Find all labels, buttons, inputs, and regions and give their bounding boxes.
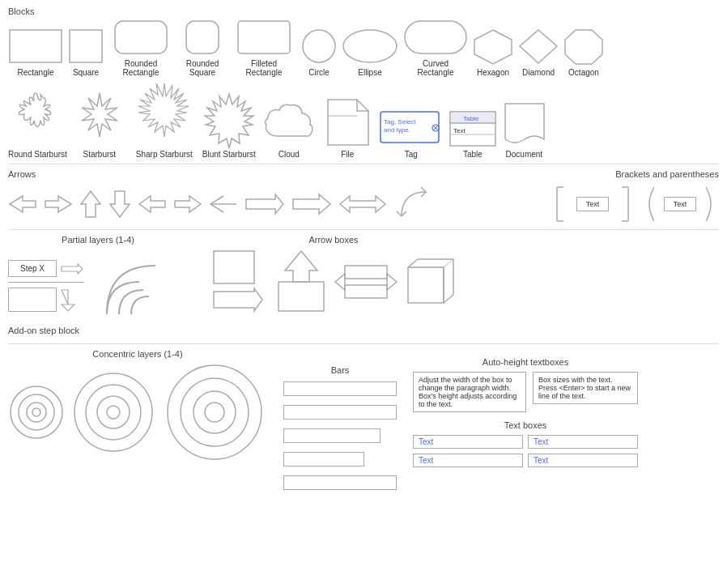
text-box-2[interactable]: Text <box>528 435 638 449</box>
autoheight-box-1[interactable]: Adjust the width of the box to change th… <box>413 372 526 412</box>
shape-round-starburst[interactable]: Round Starburst <box>8 92 67 159</box>
svg-point-62 <box>193 391 236 433</box>
blocks-row-1: Rectangle Square Rounded Rectangle Round… <box>8 19 719 77</box>
bracket-paren-right[interactable] <box>703 184 719 224</box>
svg-rect-3 <box>186 21 219 53</box>
arrow-up[interactable] <box>79 190 102 219</box>
autoheight-box-2[interactable]: Box sizes with the text. Press <Enter> t… <box>533 372 638 404</box>
shape-diamond[interactable]: Diamond <box>518 28 559 77</box>
svg-point-55 <box>32 408 40 416</box>
arrow-right-wide[interactable] <box>244 193 285 215</box>
concentric-medium[interactable] <box>73 372 154 453</box>
svg-rect-4 <box>238 21 290 53</box>
textboxes-label: Text boxes <box>413 420 638 430</box>
svg-point-53 <box>19 394 54 430</box>
arrow-right-chevron[interactable] <box>173 193 202 215</box>
bar-4[interactable] <box>283 452 364 467</box>
shape-document[interactable]: Document <box>502 102 546 159</box>
bar-5[interactable] <box>283 475 397 490</box>
shape-curved-rectangle[interactable]: Curved Rectangle <box>403 19 468 77</box>
bars-label: Bars <box>283 365 397 375</box>
bracket-paren-left[interactable] <box>641 184 657 224</box>
shape-filleted-rectangle[interactable]: Filleted Rectangle <box>232 19 296 77</box>
svg-rect-7 <box>405 21 466 53</box>
bracket-square-right[interactable] <box>615 184 635 224</box>
svg-point-59 <box>107 406 120 419</box>
shape-hexagon[interactable]: Hexagon <box>473 28 513 77</box>
shape-blunt-starburst[interactable]: Blunt Starburst <box>202 92 257 159</box>
shape-cloud[interactable]: Cloud <box>261 102 317 159</box>
svg-point-6 <box>343 30 397 62</box>
arrow-left-open[interactable] <box>209 193 238 215</box>
text-box-1[interactable]: Text <box>413 435 523 449</box>
shape-circle[interactable]: Circle <box>301 28 337 77</box>
svg-marker-41 <box>62 290 74 311</box>
svg-marker-8 <box>474 30 512 64</box>
shape-sharp-starburst[interactable]: Sharp Starburst <box>132 82 197 159</box>
svg-marker-10 <box>565 30 602 64</box>
partial-layers-label: Partial layers (1-4) <box>8 235 188 245</box>
partial-layers-arcs[interactable] <box>91 249 188 322</box>
arrow-box-1[interactable] <box>212 249 269 314</box>
addon-label: Add-on step block <box>8 326 188 335</box>
svg-marker-32 <box>293 194 330 214</box>
arrow-curved[interactable] <box>393 184 434 224</box>
box-3d[interactable] <box>406 258 455 306</box>
shape-table[interactable]: Table Text Table <box>449 110 497 159</box>
bracket-text-2: Text <box>664 197 696 211</box>
bracket-square-left[interactable] <box>551 184 570 224</box>
arrow-double-headed[interactable] <box>338 193 387 215</box>
svg-rect-1 <box>70 30 102 62</box>
shape-rounded-square[interactable]: Rounded Square <box>178 19 227 77</box>
shape-rectangle[interactable]: Rectangle <box>8 28 63 77</box>
arrow-boxes-label: Arrow boxes <box>212 235 455 245</box>
arrow-box-double[interactable] <box>334 258 398 306</box>
step-arrow-2 <box>60 288 78 311</box>
shape-square[interactable]: Square <box>68 28 104 77</box>
shape-tag[interactable]: Tag, Select and type. Tag <box>379 110 444 159</box>
svg-rect-2 <box>115 21 167 53</box>
bar-2[interactable] <box>283 405 397 420</box>
shape-ellipse[interactable]: Ellipse <box>342 28 398 77</box>
arrows-row <box>8 184 434 224</box>
svg-text:and type.: and type. <box>384 126 410 134</box>
svg-point-54 <box>27 403 46 422</box>
bracket-text-1: Text <box>576 197 609 211</box>
bar-3[interactable] <box>283 428 381 443</box>
svg-point-63 <box>205 403 224 422</box>
shape-rounded-rectangle[interactable]: Rounded Rectangle <box>108 19 173 77</box>
svg-marker-43 <box>214 288 262 311</box>
step-arrow-1 <box>60 262 84 275</box>
svg-marker-45 <box>285 251 317 282</box>
arrow-left-chevron[interactable] <box>138 193 167 215</box>
shape-starburst[interactable]: Starburst <box>72 92 127 159</box>
concentric-label: Concentric layers (1-4) <box>8 349 267 359</box>
svg-rect-42 <box>214 251 254 283</box>
arrow-right-fat[interactable] <box>291 193 332 215</box>
shape-octagon[interactable]: Octagon <box>563 28 604 77</box>
arrow-right-double[interactable] <box>44 193 73 215</box>
arrows-section-label: Arrows <box>8 169 434 179</box>
svg-marker-29 <box>175 196 201 212</box>
concentric-large[interactable] <box>162 364 267 461</box>
shape-file[interactable]: File <box>321 98 374 159</box>
svg-rect-48 <box>408 267 444 303</box>
arrow-box-up[interactable] <box>277 249 325 314</box>
concentric-small[interactable] <box>8 384 65 441</box>
step-block-2[interactable] <box>8 288 57 312</box>
blocks-row-2: Round Starburst Starburst Sharp Starburs… <box>8 82 719 159</box>
svg-marker-28 <box>139 196 165 212</box>
arrow-down-outline[interactable] <box>108 190 131 219</box>
arrow-left-double[interactable] <box>8 193 37 215</box>
text-box-4[interactable]: Text <box>528 454 638 467</box>
step-block[interactable]: Step X <box>8 260 57 277</box>
svg-marker-25 <box>45 196 71 212</box>
text-box-3[interactable]: Text <box>413 454 523 467</box>
autoheight-label: Auto-height textboxes <box>413 357 638 367</box>
svg-marker-26 <box>81 191 100 217</box>
svg-point-61 <box>181 378 249 446</box>
svg-point-5 <box>303 30 335 62</box>
bar-1[interactable] <box>283 381 397 396</box>
svg-line-51 <box>444 259 453 267</box>
svg-marker-33 <box>340 196 385 212</box>
